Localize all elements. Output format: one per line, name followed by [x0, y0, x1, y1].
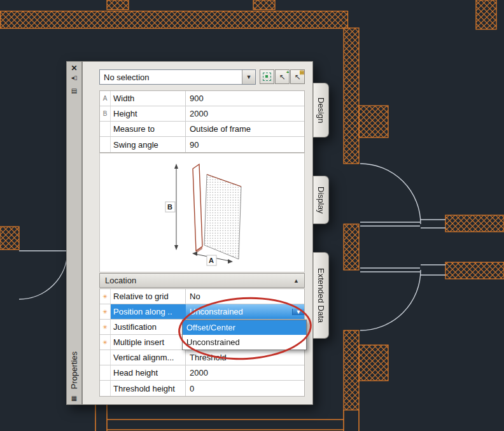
drawing-canvas[interactable]: ✕ ◂▯ ▤ Properties ▦ No selection ▼ ↖+ [0, 0, 504, 431]
select-objects-icon: ↖+ [279, 73, 285, 81]
row-label: Measure to [111, 122, 186, 136]
row-label: Justification [111, 320, 186, 334]
chevron-down-icon[interactable]: ▼ [242, 70, 255, 84]
row-key: B [100, 106, 111, 121]
modified-marker-icon: ✳ [100, 289, 111, 304]
tab-label: Design [316, 97, 326, 123]
modified-marker-icon: ✳ [100, 304, 111, 319]
modified-marker-icon [100, 381, 111, 396]
row-label: Width [111, 91, 186, 106]
autohide-icon[interactable]: ◂▯ [67, 74, 81, 81]
row-label: Position along .. [111, 304, 186, 319]
row-value[interactable]: 90 [186, 137, 304, 152]
row-value[interactable]: 2000 [186, 365, 304, 380]
modified-marker-icon [100, 365, 111, 380]
dropdown-option[interactable]: Offset/Center [183, 320, 306, 335]
property-row[interactable]: Measure to Outside of frame [100, 122, 304, 137]
select-objects-button[interactable]: ↖+ [275, 69, 290, 84]
tab-label: Extended Data [316, 268, 326, 323]
palette-titlebar: ✕ ◂▯ ▤ Properties ▦ [66, 61, 82, 405]
property-row[interactable]: ✳ Relative to grid No [100, 289, 304, 304]
property-row[interactable]: Swing angle 90 [100, 137, 304, 152]
property-row[interactable]: Vertical alignm... Threshold [100, 350, 304, 365]
palette-panel: No selection ▼ ↖+ ↖▤ A Width [82, 61, 313, 405]
dimension-label-a: A [209, 257, 214, 264]
pickadd-icon [263, 73, 271, 81]
property-row[interactable]: A Width 900 [100, 91, 304, 106]
modified-marker-icon: ✳ [100, 335, 111, 350]
property-row[interactable]: Threshold height 0 [100, 381, 304, 396]
palette-tabs: Design Display Extended Data [313, 61, 330, 405]
row-key [100, 137, 111, 152]
close-icon[interactable]: ✕ [67, 64, 81, 73]
row-key: A [100, 91, 111, 106]
quick-select-icon: ↖▤ [294, 73, 300, 81]
row-value[interactable]: 0 [186, 381, 304, 396]
property-row-selected[interactable]: ✳ Position along .. Unconstrained ▼ [100, 304, 304, 320]
row-value[interactable]: Outside of frame [186, 122, 304, 136]
quick-select-button[interactable]: ↖▤ [290, 69, 305, 84]
row-label: Threshold height [111, 381, 186, 396]
selection-dropdown-value: No selection [100, 73, 242, 82]
dropdown-current-value: Unconstrained [186, 307, 292, 316]
row-label: Height [111, 106, 186, 121]
location-header-label: Location [105, 276, 293, 285]
menu-icon[interactable]: ▤ [67, 87, 81, 94]
selection-dropdown[interactable]: No selection ▼ [99, 69, 256, 85]
row-key [100, 122, 111, 136]
chevron-down-icon[interactable]: ▼ [292, 309, 304, 315]
toggle-pickadd-button[interactable] [260, 69, 274, 84]
row-label: Swing angle [111, 137, 186, 152]
row-value[interactable]: No [186, 289, 304, 304]
row-label: Multiple insert [111, 335, 186, 350]
row-value[interactable]: 900 [186, 91, 304, 106]
properties-palette: ✕ ◂▯ ▤ Properties ▦ No selection ▼ ↖+ [66, 61, 330, 405]
tab-design[interactable]: Design [313, 83, 329, 138]
modified-marker-icon: ✳ [100, 320, 111, 334]
row-label: Relative to grid [111, 289, 186, 304]
modified-marker-icon [100, 350, 111, 365]
property-row[interactable]: B Height 2000 [100, 106, 304, 122]
location-section-header[interactable]: Location ▲ [99, 273, 305, 288]
tab-display[interactable]: Display [313, 176, 329, 224]
position-along-dropdown[interactable]: Unconstrained ▼ [186, 304, 304, 319]
tab-label: Display [316, 187, 326, 214]
row-value[interactable]: 2000 [186, 106, 304, 121]
palette-title: Properties [67, 351, 81, 389]
palette-title-text: Properties [69, 351, 79, 389]
wall-lines [95, 405, 359, 431]
row-value[interactable]: Threshold [186, 350, 304, 365]
collapse-icon[interactable]: ▲ [293, 278, 299, 284]
property-row[interactable]: Head height 2000 [100, 365, 304, 381]
palette-properties-icon[interactable]: ▦ [67, 395, 81, 402]
row-label: Head height [111, 365, 186, 380]
door-preview-image: B A [99, 153, 305, 272]
row-label: Vertical alignm... [111, 350, 186, 365]
dropdown-open-list: Offset/Center Unconstrained [182, 320, 307, 350]
dimensions-grid: A Width 900 B Height 2000 Measure to Out… [99, 90, 305, 153]
dropdown-option[interactable]: Unconstrained [183, 335, 306, 350]
tab-extended-data[interactable]: Extended Data [313, 252, 329, 339]
door-diagram: B A [100, 153, 304, 272]
dimension-label-b: B [167, 203, 172, 211]
